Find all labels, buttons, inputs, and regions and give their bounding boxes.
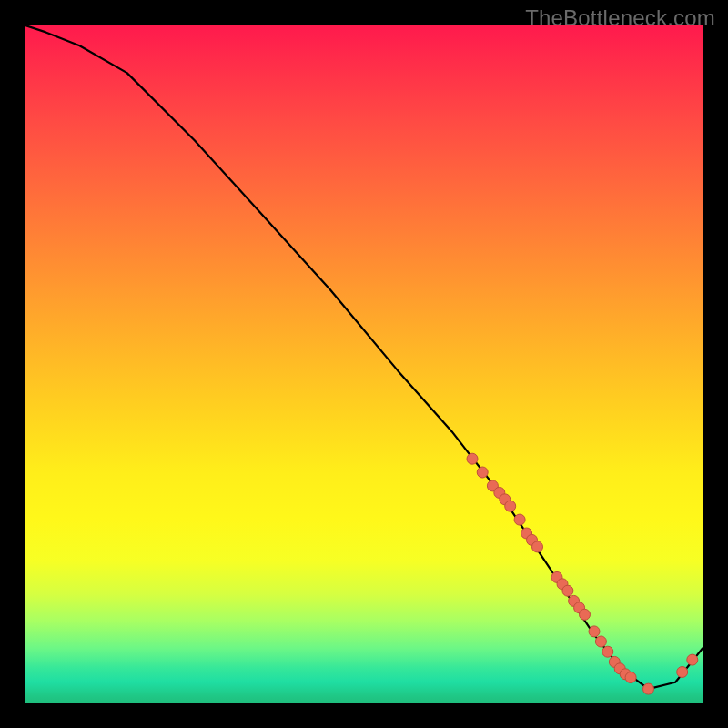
marker-dot: [505, 500, 516, 511]
chart-svg: [25, 25, 703, 703]
marker-dot: [467, 453, 478, 464]
marker-dot: [677, 667, 688, 678]
marker-dot: [595, 636, 606, 647]
marker-dot: [643, 683, 654, 694]
marker-dot: [477, 467, 488, 478]
marker-dot: [580, 609, 591, 620]
marker-dot: [532, 541, 543, 552]
marker-dot: [589, 626, 600, 637]
marker-dot: [562, 585, 573, 596]
marker-dot: [625, 672, 636, 683]
chart-frame: TheBottleneck.com: [0, 0, 728, 728]
plot-area: [25, 25, 703, 703]
bottleneck-curve: [25, 25, 703, 689]
marker-dot: [687, 654, 698, 665]
marker-dots-group: [467, 453, 698, 694]
marker-dot: [514, 514, 525, 525]
marker-dot: [602, 646, 613, 657]
